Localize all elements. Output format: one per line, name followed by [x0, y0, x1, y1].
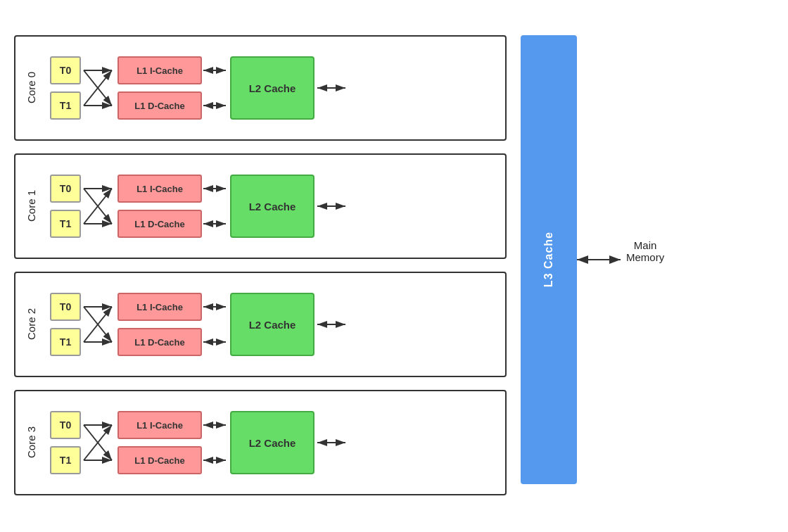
cross-arrows-3	[81, 411, 117, 474]
threads-col-0: T0 T1	[50, 56, 81, 120]
l1-dcache-0: L1 D-Cache	[117, 91, 202, 120]
core-box-1: Core 1 T0 T1	[14, 153, 507, 259]
core-box-2: Core 2 T0 T1	[14, 272, 507, 377]
l2-l3-arrow-1	[314, 175, 350, 238]
thread-t0-core1: T0	[50, 175, 81, 203]
cross-arrows-0	[81, 56, 117, 120]
thread-t0-core0: T0	[50, 56, 81, 84]
l2-l3-arrow-2	[314, 293, 350, 356]
l1-dcache-1: L1 D-Cache	[117, 210, 202, 238]
l1-l2-arrows-1	[202, 175, 230, 238]
l2-cache-3: L2 Cache	[230, 411, 314, 474]
l1-col-0: L1 I-Cache L1 D-Cache	[117, 56, 202, 120]
core-inner-2: T0 T1	[50, 281, 495, 367]
l1-l2-arrows-0	[202, 56, 230, 120]
thread-t1-core2: T1	[50, 328, 81, 356]
core-label-2: Core 2	[25, 308, 37, 340]
cross-arrows-2	[81, 293, 117, 356]
thread-t0-core2: T0	[50, 293, 81, 321]
l1-l2-arrows-2	[202, 293, 230, 356]
l2-l3-arrow-0	[314, 56, 350, 120]
l1-col-2: L1 I-Cache L1 D-Cache	[117, 293, 202, 356]
core-box-3: Core 3 T0 T1	[14, 390, 507, 495]
diagram-container: Core 0 T0 T1	[14, 21, 774, 521]
thread-t0-core3: T0	[50, 411, 81, 439]
core-inner-1: T0 T1	[50, 163, 495, 249]
l1-col-1: L1 I-Cache L1 D-Cache	[117, 175, 202, 238]
l2-cache-1: L2 Cache	[230, 175, 314, 238]
l2-cache-0: L2 Cache	[230, 56, 314, 120]
l1-l2-arrows-3	[202, 411, 230, 474]
l1-col-3: L1 I-Cache L1 D-Cache	[117, 411, 202, 474]
thread-t1-core1: T1	[50, 210, 81, 238]
main-memory-label: MainMemory	[626, 239, 664, 263]
l1-dcache-2: L1 D-Cache	[117, 328, 202, 356]
cores-column: Core 0 T0 T1	[14, 35, 507, 495]
l2-cache-2: L2 Cache	[230, 293, 314, 356]
core-inner-0: T0 T1	[50, 45, 495, 131]
l2-l3-arrow-3	[314, 411, 350, 474]
l1-dcache-3: L1 D-Cache	[117, 446, 202, 474]
l1-icache-3: L1 I-Cache	[117, 411, 202, 439]
l3-cache-label: L3 Cache	[542, 232, 555, 287]
threads-col-2: T0 T1	[50, 293, 81, 356]
core-label-1: Core 1	[25, 190, 37, 222]
threads-col-3: T0 T1	[50, 411, 81, 474]
cross-arrows-1	[81, 175, 117, 238]
l1-icache-2: L1 I-Cache	[117, 293, 202, 321]
threads-col-1: T0 T1	[50, 175, 81, 238]
thread-t1-core3: T1	[50, 446, 81, 474]
core-box-0: Core 0 T0 T1	[14, 35, 507, 141]
l1-icache-1: L1 I-Cache	[117, 175, 202, 203]
core-label-3: Core 3	[25, 426, 37, 458]
l3-cache-block: L3 Cache	[521, 35, 577, 484]
core-label-0: Core 0	[25, 72, 37, 103]
l1-icache-0: L1 I-Cache	[117, 56, 202, 84]
thread-t1-core0: T1	[50, 91, 81, 120]
core-inner-3: T0 T1	[50, 400, 495, 486]
